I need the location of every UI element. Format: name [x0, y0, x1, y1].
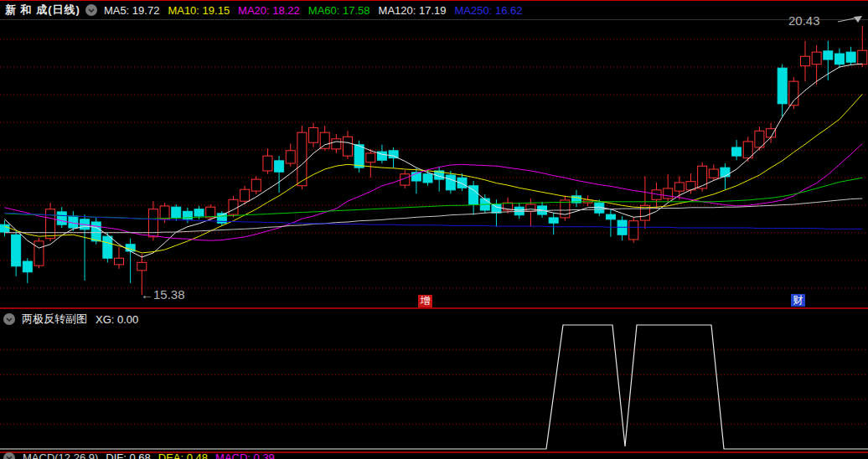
macd-dif-value: DIF: 0.68: [106, 451, 150, 459]
ma-line-ma20: [5, 144, 863, 241]
ma-label-1: MA10: 19.15: [168, 4, 230, 17]
ma-label-3: MA60: 17.58: [308, 4, 370, 17]
stock-app-screen: 新 和 成(日线) MA5: 19.72MA10: 19.15MA20: 18.…: [0, 0, 868, 459]
candle-body: [103, 236, 112, 258]
candle-body: [698, 166, 707, 188]
chevron-down-icon[interactable]: [3, 452, 15, 459]
candle-body: [423, 174, 432, 183]
chart-canvas[interactable]: [0, 0, 868, 459]
candle-body: [23, 261, 32, 272]
ma-label-4: MA120: 17.19: [379, 4, 447, 17]
candle-body: [366, 153, 375, 162]
candle-body: [561, 200, 570, 218]
candle-body: [812, 52, 821, 64]
subpanel-header: 两极反转副图 XG: 0.00: [3, 312, 138, 327]
candle-body: [674, 183, 684, 191]
candle-body: [778, 68, 787, 104]
candle-body: [172, 207, 181, 218]
candle-body: [344, 137, 353, 156]
candle-body: [858, 50, 867, 64]
candle-body: [789, 81, 798, 106]
ma-label-5: MA250: 16.62: [455, 4, 523, 17]
ma-line-ma250: [5, 213, 863, 229]
candle-body: [709, 169, 718, 178]
macd-dea-value: DEA: 0.48: [158, 451, 208, 459]
candle-body: [240, 189, 250, 201]
candle-body: [69, 216, 78, 228]
candle-body: [743, 142, 752, 158]
candle-body: [194, 209, 204, 216]
candle-body: [115, 258, 124, 265]
candle-body: [446, 175, 455, 190]
candle-body: [275, 161, 284, 172]
macd-param-label: MACD(12,26,9): [23, 451, 98, 459]
candle-body: [721, 168, 730, 177]
candle-body: [229, 199, 238, 214]
candle-body: [46, 209, 55, 239]
event-badge-cai[interactable]: 财: [791, 294, 805, 307]
ma-value-labels: MA5: 19.72MA10: 19.15MA20: 18.22MA60: 17…: [104, 4, 531, 17]
candle-body: [629, 221, 638, 240]
candle-body: [0, 224, 9, 232]
candle-body: [137, 262, 147, 271]
candle-body: [824, 51, 833, 59]
ma-line-ma10: [5, 94, 863, 253]
candle-body: [354, 145, 364, 168]
candle-body: [549, 218, 558, 223]
candle-body: [286, 151, 295, 163]
candle-body: [160, 206, 169, 219]
candle-body: [492, 204, 501, 213]
event-badge-zeng[interactable]: 增: [418, 295, 432, 307]
candle-body: [846, 52, 855, 62]
candle-body: [12, 235, 21, 266]
low-price-annotation: ←15.38: [141, 287, 185, 302]
candle-body: [34, 241, 44, 266]
candle-body: [91, 222, 101, 241]
candle-body: [732, 147, 741, 156]
candle-body: [309, 127, 318, 142]
chevron-down-icon[interactable]: [85, 4, 97, 16]
high-price-annotation: 20.43: [788, 13, 820, 28]
subpanel-title: 两极反转副图: [22, 312, 87, 327]
xg-value-label: XG: 0.00: [96, 313, 138, 326]
candle-body: [526, 204, 535, 211]
ma-line-ma60: [5, 178, 863, 219]
ma-label-2: MA20: 18.22: [238, 4, 300, 17]
ma-label-0: MA5: 19.72: [104, 4, 160, 17]
candle-body: [251, 179, 261, 191]
candle-body: [57, 212, 66, 224]
candle-body: [664, 188, 673, 199]
stock-title: 新 和 成(日线): [5, 3, 80, 18]
candle-body: [834, 54, 844, 64]
candle-body: [606, 214, 615, 219]
main-chart-header: 新 和 成(日线) MA5: 19.72MA10: 19.15MA20: 18.…: [5, 3, 530, 18]
candle-body: [767, 129, 776, 137]
macd-macd-value: MACD: 0.39: [215, 451, 275, 459]
candle-body: [801, 56, 810, 65]
candle-body: [297, 132, 307, 186]
candle-body: [263, 156, 272, 171]
macd-status-bar: MACD(12,26,9) DIF: 0.68 DEA: 0.48 MACD: …: [3, 451, 282, 459]
candle-body: [320, 132, 329, 148]
xg-indicator-line: [0, 325, 868, 449]
chevron-down-icon[interactable]: [3, 313, 15, 325]
candle-body: [332, 139, 341, 149]
